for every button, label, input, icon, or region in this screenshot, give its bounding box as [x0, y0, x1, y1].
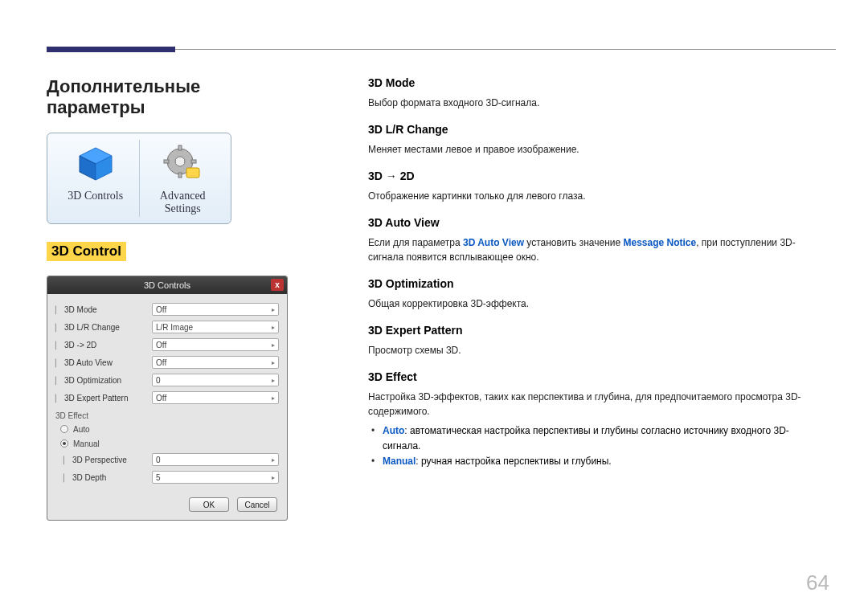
close-icon[interactable]: x: [271, 279, 284, 291]
row-3d-2d: 3D -> 2D Off▸: [55, 336, 279, 353]
radio-auto[interactable]: Auto: [55, 422, 279, 436]
chevron-right-icon: ▸: [272, 341, 275, 349]
label-3d-effect: 3D Effect: [55, 411, 279, 420]
label-perspective: 3D Perspective: [55, 456, 152, 464]
row-expert-pattern: 3D Expert Pattern Off▸: [55, 389, 279, 407]
thumb-label-right: Advanced Settings: [141, 190, 225, 215]
heading-3d-effect: 3D Effect: [368, 370, 818, 383]
page-number: 64: [806, 570, 829, 595]
heading-3d-2d: 3D → 2D: [368, 170, 818, 182]
dialog-body: 3D Mode Off▸ 3D L/R Change L/R Image▸ 3D…: [47, 294, 287, 491]
section-heading-3d-control: 3D Control: [47, 242, 126, 261]
svg-rect-7: [164, 160, 169, 163]
select-depth[interactable]: 5▸: [152, 471, 279, 484]
desc-optimization: Общая корректировка 3D-эффекта.: [368, 296, 818, 311]
svg-rect-6: [178, 173, 182, 178]
select-3d-mode[interactable]: Off▸: [152, 303, 279, 316]
dialog-title: 3D Controls: [144, 280, 190, 290]
chevron-right-icon: ▸: [272, 306, 275, 313]
desc-3d-2d: Отображение картинки только для левого г…: [368, 189, 818, 203]
header-accent: [47, 47, 175, 52]
label-optimization: 3D Optimization: [55, 376, 152, 385]
keyword-message-notice: Message Notice: [623, 237, 696, 248]
heading-auto-view: 3D Auto View: [368, 216, 818, 229]
row-perspective: 3D Perspective 0▸: [55, 451, 279, 468]
radio-label-manual: Manual: [73, 439, 100, 448]
radio-icon: [60, 425, 68, 433]
label-3d-2d: 3D -> 2D: [55, 341, 152, 349]
left-column: Дополнительные параметры 3D Controls: [47, 76, 288, 521]
label-depth: 3D Depth: [55, 473, 152, 482]
chevron-right-icon: ▸: [272, 324, 275, 331]
select-lr-change[interactable]: L/R Image▸: [152, 321, 279, 333]
dialog-titlebar: 3D Controls x: [47, 276, 287, 294]
dialog-3d-controls: 3D Controls x 3D Mode Off▸ 3D L/R Change…: [47, 276, 288, 521]
heading-optimization: 3D Optimization: [368, 277, 818, 290]
heading-lr-change: 3D L/R Change: [368, 123, 818, 136]
desc-expert-pattern: Просмотр схемы 3D.: [368, 343, 818, 358]
dialog-footer: OK Cancel: [47, 491, 287, 520]
label-lr-change: 3D L/R Change: [55, 323, 152, 332]
label-expert-pattern: 3D Expert Pattern: [55, 394, 152, 403]
heading-3d-mode: 3D Mode: [368, 76, 818, 89]
page-title: Дополнительные параметры: [47, 76, 288, 118]
thumb-panel: 3D Controls Advanced Settings: [47, 133, 231, 224]
ok-button[interactable]: OK: [189, 497, 229, 512]
bullet-manual: Manual: ручная настройка перспективы и г…: [383, 454, 818, 469]
bullet-auto: Auto: автоматическая настройка перспекти…: [383, 423, 818, 454]
row-3d-mode: 3D Mode Off▸: [55, 300, 279, 318]
desc-auto-view: Если для параметра 3D Auto View установи…: [368, 235, 818, 264]
label-3d-mode: 3D Mode: [55, 305, 152, 314]
keyword-auto: Auto: [383, 425, 404, 436]
select-optimization[interactable]: 0▸: [152, 374, 279, 386]
chevron-right-icon: ▸: [272, 474, 275, 481]
keyword-manual: Manual: [383, 456, 416, 467]
select-auto-view[interactable]: Off▸: [152, 356, 279, 369]
desc-lr-change: Меняет местами левое и правое изображени…: [368, 142, 818, 157]
row-optimization: 3D Optimization 0▸: [55, 371, 279, 389]
chevron-right-icon: ▸: [272, 456, 275, 464]
svg-point-4: [175, 157, 185, 166]
svg-rect-9: [186, 168, 199, 178]
radio-manual[interactable]: Manual: [55, 436, 279, 451]
gear-icon: [158, 141, 207, 186]
radio-label-auto: Auto: [73, 425, 90, 434]
heading-expert-pattern: 3D Expert Pattern: [368, 324, 818, 337]
chevron-right-icon: ▸: [272, 394, 275, 402]
row-depth: 3D Depth 5▸: [55, 468, 279, 486]
effect-bullets: Auto: автоматическая настройка перспекти…: [368, 423, 818, 470]
thumb-3d-controls[interactable]: 3D Controls: [52, 138, 139, 219]
svg-rect-5: [178, 145, 182, 150]
desc-3d-effect: Настройка 3D-эффектов, таких как перспек…: [368, 390, 818, 419]
select-perspective[interactable]: 0▸: [152, 453, 279, 466]
label-auto-view: 3D Auto View: [55, 358, 152, 367]
select-expert-pattern[interactable]: Off▸: [152, 391, 279, 404]
chevron-right-icon: ▸: [272, 359, 275, 366]
chevron-right-icon: ▸: [272, 377, 275, 384]
radio-icon: [60, 439, 68, 447]
thumb-label-left: 3D Controls: [68, 190, 123, 202]
cube-icon: [72, 141, 120, 186]
right-column: 3D Mode Выбор формата входного 3D-сигнал…: [368, 76, 818, 470]
thumb-advanced-settings[interactable]: Advanced Settings: [140, 138, 227, 219]
row-auto-view: 3D Auto View Off▸: [55, 353, 279, 371]
select-3d-2d[interactable]: Off▸: [152, 338, 279, 351]
keyword-3d-auto-view: 3D Auto View: [463, 237, 524, 248]
row-lr-change: 3D L/R Change L/R Image▸: [55, 318, 279, 336]
desc-3d-mode: Выбор формата входного 3D-сигнала.: [368, 96, 818, 110]
svg-rect-8: [191, 160, 196, 163]
cancel-button[interactable]: Cancel: [237, 497, 277, 512]
